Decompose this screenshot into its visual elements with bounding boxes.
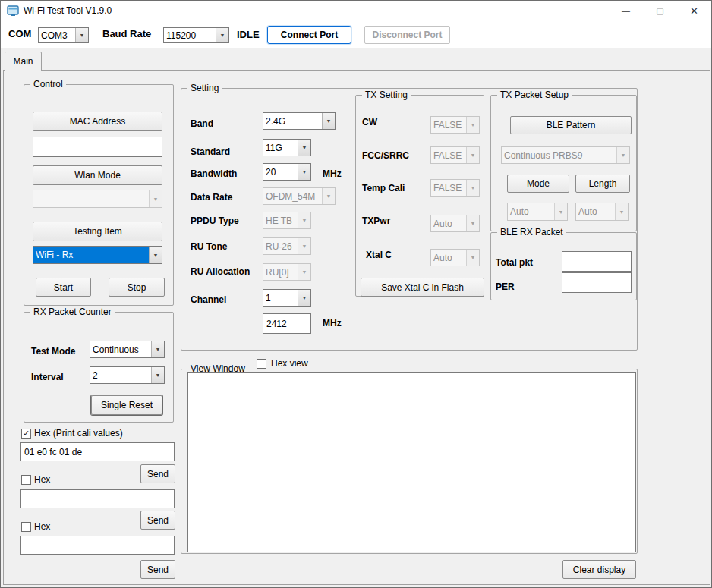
rx-packet-counter-title: RX Packet Counter (30, 307, 115, 317)
single-reset-button[interactable]: Single Reset (91, 395, 162, 415)
view-window-output[interactable] (187, 372, 636, 552)
mode-button[interactable]: Mode (507, 175, 569, 193)
ble-pattern-value: Continuous PRBS9 (502, 147, 616, 163)
chevron-down-icon: ▼ (322, 113, 335, 129)
chevron-down-icon: ▼ (298, 238, 310, 254)
txpwr-value: Auto (431, 215, 466, 231)
chevron-down-icon: ▼ (216, 28, 228, 42)
chevron-down-icon: ▼ (466, 147, 479, 163)
ppdu-type-label: PPDU Type (191, 215, 239, 226)
band-label: Band (191, 118, 213, 129)
testing-item-select[interactable]: WiFi - Rx ▼ (33, 246, 162, 264)
chevron-down-icon: ▼ (298, 212, 310, 228)
start-button[interactable]: Start (36, 278, 91, 297)
minimize-button[interactable]: — (609, 1, 643, 20)
chevron-down-icon: ▼ (298, 164, 310, 180)
status-badge: IDLE (237, 29, 260, 40)
tab-main[interactable]: Main (5, 52, 42, 71)
interval-select[interactable]: 2 ▼ (90, 366, 165, 384)
temp-cali-select: FALSE ▼ (430, 179, 480, 197)
wlan-mode-select: ▼ (33, 190, 162, 208)
total-pkt-label: Total pkt (496, 257, 533, 268)
clear-display-button[interactable]: Clear display (562, 560, 636, 579)
ru-allocation-select: RU[0] ▼ (263, 263, 311, 281)
fcc-srrc-select: FALSE ▼ (430, 146, 480, 164)
send-button-1[interactable]: Send (140, 464, 175, 483)
ru-allocation-value: RU[0] (263, 264, 298, 280)
standard-value: 11G (263, 140, 298, 156)
ru-tone-value: RU-26 (263, 238, 298, 254)
wifi-test-tool-window: Wi-Fi Test Tool V1.9.0 — ▢ ✕ COM COM3 ▼ … (0, 0, 712, 588)
com-port-select[interactable]: COM3 ▼ (38, 27, 89, 43)
chevron-down-icon: ▼ (149, 247, 162, 263)
send-button-2[interactable]: Send (140, 511, 175, 530)
control-group-title: Control (30, 79, 66, 90)
ru-tone-select: RU-26 ▼ (263, 237, 311, 255)
mode-value: Auto (508, 203, 554, 220)
chevron-down-icon: ▼ (322, 188, 335, 204)
baud-rate-label: Baud Rate (102, 28, 151, 39)
ble-pattern-button[interactable]: BLE Pattern (510, 116, 632, 134)
hex-checkbox-2-label: Hex (34, 474, 50, 485)
standard-select[interactable]: 11G ▼ (263, 139, 311, 156)
bandwidth-select[interactable]: 20 ▼ (263, 163, 311, 181)
total-pkt-field[interactable] (562, 251, 632, 272)
data-rate-select: OFDM_54M ▼ (263, 187, 336, 205)
hex-checkbox-2[interactable] (21, 475, 31, 485)
command-input-1[interactable]: 01 e0 fc 01 de (20, 442, 175, 461)
chevron-down-icon: ▼ (75, 28, 88, 42)
ble-rx-packet-title: BLE RX Packet (497, 227, 566, 237)
chevron-down-icon: ▼ (298, 140, 310, 156)
close-button[interactable]: ✕ (677, 1, 711, 20)
band-value: 2.4G (263, 113, 322, 129)
data-rate-label: Data Rate (191, 192, 232, 203)
chevron-down-icon: ▼ (298, 290, 310, 306)
length-select: Auto ▼ (575, 203, 629, 221)
setting-group-title: Setting (187, 83, 222, 93)
save-xtal-c-button[interactable]: Save Xtal C in Flash (361, 278, 484, 297)
cw-value: FALSE (431, 117, 466, 133)
hex-cali-checkbox[interactable]: ✓ (21, 429, 31, 439)
bandwidth-label: Bandwidth (191, 168, 237, 179)
temp-cali-label: Temp Cali (362, 183, 405, 193)
tx-setting-title: TX Setting (362, 90, 411, 100)
xtal-c-value: Auto (431, 250, 466, 266)
length-button[interactable]: Length (575, 175, 630, 193)
send-button-3[interactable]: Send (140, 560, 175, 579)
mac-address-button[interactable]: MAC Address (33, 112, 162, 131)
hex-cali-checkbox-label: Hex (Print cali values) (34, 428, 123, 439)
connect-port-button[interactable]: Connect Port (267, 26, 351, 44)
cw-label: CW (362, 117, 377, 127)
wlan-mode-button[interactable]: Wlan Mode (33, 165, 162, 185)
app-icon (7, 5, 19, 17)
command-input-2[interactable] (20, 489, 175, 508)
frequency-input[interactable]: 2412 (263, 313, 311, 334)
ppdu-type-select: HE TB ▼ (263, 212, 311, 229)
com-port-value: COM3 (39, 28, 75, 42)
test-mode-select[interactable]: Continuous ▼ (90, 341, 165, 358)
per-label: PER (496, 281, 515, 292)
test-mode-value: Continuous (90, 341, 151, 357)
testing-item-button[interactable]: Testing Item (33, 222, 162, 241)
hex-checkbox-3[interactable] (21, 522, 31, 532)
baud-rate-select[interactable]: 115200 ▼ (163, 27, 229, 43)
hex-view-checkbox[interactable] (257, 359, 266, 369)
standard-label: Standard (191, 146, 230, 157)
channel-label: Channel (191, 294, 226, 305)
txpwr-select: Auto ▼ (430, 215, 480, 232)
channel-select[interactable]: 1 ▼ (263, 289, 311, 307)
chevron-down-icon: ▼ (615, 203, 628, 220)
interval-label: Interval (31, 372, 64, 382)
chevron-down-icon: ▼ (149, 190, 162, 207)
maximize-button[interactable]: ▢ (643, 1, 677, 20)
temp-cali-value: FALSE (431, 180, 466, 196)
stop-button[interactable]: Stop (109, 278, 165, 297)
per-field[interactable] (562, 272, 632, 293)
ru-allocation-label: RU Allocation (191, 266, 250, 277)
mac-address-input[interactable] (33, 137, 162, 157)
hex-view-checkbox-label: Hex view (269, 358, 310, 369)
command-input-3[interactable] (20, 536, 175, 555)
baud-rate-value: 115200 (164, 28, 216, 42)
band-select[interactable]: 2.4G ▼ (263, 112, 336, 130)
hex-checkbox-3-label: Hex (34, 521, 50, 532)
